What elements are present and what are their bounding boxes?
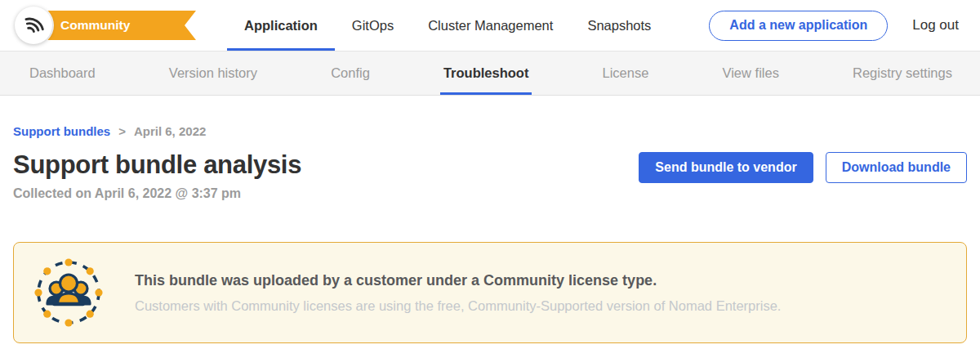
secondary-nav: Dashboard Version history Config Trouble…	[0, 51, 980, 96]
app-logo[interactable]	[15, 7, 52, 44]
community-users-icon	[32, 256, 105, 329]
download-bundle-button[interactable]: Download bundle	[826, 152, 967, 183]
brand-logo-badge[interactable]: Community Edition	[0, 0, 196, 51]
tab-application[interactable]: Application	[227, 0, 335, 51]
tab-snapshots[interactable]: Snapshots	[570, 0, 668, 51]
page-title-block: Support bundle analysis Collected on Apr…	[13, 150, 301, 201]
subnav-item-version-history[interactable]: Version history	[166, 51, 261, 95]
main-content: Support bundles > April 6, 2022 Support …	[0, 124, 980, 343]
alert-heading: This bundle was uploaded by a customer u…	[135, 272, 781, 289]
breadcrumb-separator: >	[118, 124, 126, 138]
page-header: Support bundle analysis Collected on Apr…	[13, 150, 967, 201]
add-new-application-button[interactable]: Add a new application	[709, 11, 888, 41]
tab-cluster-management[interactable]: Cluster Management	[411, 0, 570, 51]
subnav-item-registry-settings[interactable]: Registry settings	[849, 51, 956, 95]
alert-text-block: This bundle was uploaded by a customer u…	[135, 272, 781, 314]
community-edition-badge: Community Edition	[28, 11, 196, 40]
subnav-item-view-files[interactable]: View files	[719, 51, 782, 95]
breadcrumb: Support bundles > April 6, 2022	[13, 124, 967, 138]
subnav-item-troubleshoot[interactable]: Troubleshoot	[440, 51, 532, 95]
page-title: Support bundle analysis	[13, 150, 301, 180]
top-bar: Community Edition Application GitOps Clu…	[0, 0, 980, 51]
replicated-logo-icon	[21, 11, 46, 39]
subnav-item-dashboard[interactable]: Dashboard	[26, 51, 99, 95]
send-bundle-to-vendor-button[interactable]: Send bundle to vendor	[639, 152, 813, 183]
tab-gitops[interactable]: GitOps	[335, 0, 411, 51]
community-license-alert: This bundle was uploaded by a customer u…	[13, 242, 967, 343]
top-bar-actions: Add a new application Log out	[709, 11, 980, 41]
bundle-actions: Send bundle to vendor Download bundle	[639, 152, 967, 183]
subnav-item-license[interactable]: License	[599, 51, 653, 95]
breadcrumb-support-bundles-link[interactable]: Support bundles	[13, 124, 110, 138]
breadcrumb-current: April 6, 2022	[134, 124, 206, 138]
primary-nav: Application GitOps Cluster Management Sn…	[227, 0, 668, 51]
subnav-item-config[interactable]: Config	[327, 51, 373, 95]
alert-body: Customers with Community licenses are us…	[135, 298, 781, 314]
logout-link[interactable]: Log out	[912, 17, 959, 34]
collected-timestamp: Collected on April 6, 2022 @ 3:37 pm	[13, 186, 301, 201]
